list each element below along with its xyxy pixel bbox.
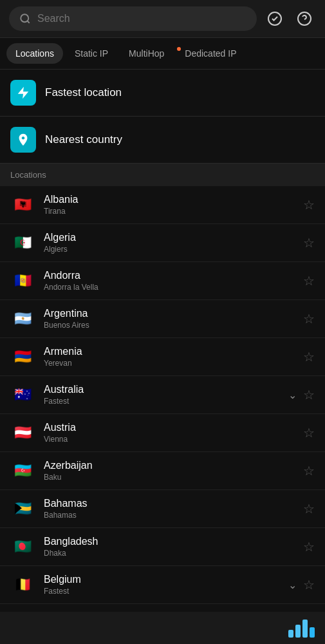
star-icon-bahamas[interactable]: ☆ (303, 501, 315, 516)
search-input-container[interactable] (9, 6, 257, 31)
chevron-icon-belgium[interactable]: ⌄ (288, 579, 297, 591)
svg-point-0 (21, 14, 28, 22)
search-bar (0, 0, 325, 38)
flag-australia: 🇦🇺 (10, 386, 35, 404)
location-item-bangladesh[interactable]: 🇧🇩 Bangladesh Dhaka ☆ (0, 528, 325, 566)
location-item-albania[interactable]: 🇦🇱 Albania Tirana ☆ (0, 186, 325, 224)
location-actions-albania: ☆ (303, 197, 315, 213)
flag-armenia: 🇦🇲 (10, 348, 35, 366)
tabs: Locations Static IP MultiHop Dedicated I… (0, 38, 325, 70)
nearest-country-item[interactable]: Nearest country (0, 117, 325, 164)
location-info-algeria: Algeria Algiers (44, 232, 294, 254)
flag-austria: 🇦🇹 (10, 424, 35, 442)
star-icon-azerbaijan[interactable]: ☆ (303, 463, 315, 478)
header-icons (263, 7, 316, 30)
flag-belgium: 🇧🇪 (10, 576, 35, 594)
bar-2 (295, 625, 301, 638)
flag-andorra: 🇦🇩 (10, 272, 35, 290)
star-icon-australia[interactable]: ☆ (303, 387, 315, 402)
fastest-location-icon (10, 80, 36, 106)
tab-dedicated-ip[interactable]: Dedicated IP (176, 43, 245, 64)
search-input[interactable] (37, 13, 246, 24)
location-item-algeria[interactable]: 🇩🇿 Algeria Algiers ☆ (0, 224, 325, 262)
help-icon (297, 11, 312, 26)
star-icon-andorra[interactable]: ☆ (303, 273, 315, 289)
flag-albania: 🇦🇱 (10, 196, 35, 214)
location-info-armenia: Armenia Yerevan (44, 346, 294, 368)
location-info-azerbaijan: Azerbaijan Baku (44, 460, 294, 482)
location-item-armenia[interactable]: 🇦🇲 Armenia Yerevan ☆ (0, 338, 325, 376)
nearest-country-label: Nearest country (45, 133, 122, 146)
location-info-andorra: Andorra Andorra la Vella (44, 270, 294, 292)
fastest-location-label: Fastest location (45, 86, 122, 99)
flag-argentina: 🇦🇷 (10, 310, 35, 328)
location-info-bangladesh: Bangladesh Dhaka (44, 536, 294, 558)
star-icon-austria[interactable]: ☆ (303, 425, 315, 440)
bar-3 (302, 620, 308, 638)
svg-line-1 (27, 21, 29, 23)
bar-4 (310, 627, 315, 638)
star-icon-belgium[interactable]: ☆ (303, 577, 315, 592)
help-button[interactable] (293, 7, 316, 30)
location-info-belgium: Belgium Fastest (44, 574, 279, 596)
tab-multihop[interactable]: MultiHop (120, 43, 173, 64)
fastest-location-item[interactable]: Fastest location (0, 70, 325, 117)
star-icon-bangladesh[interactable]: ☆ (303, 539, 315, 554)
locations-section-header: Locations (0, 164, 325, 186)
star-icon-armenia[interactable]: ☆ (303, 349, 315, 365)
location-item-andorra[interactable]: 🇦🇩 Andorra Andorra la Vella ☆ (0, 262, 325, 300)
flag-bangladesh: 🇧🇩 (10, 538, 35, 556)
location-info-australia: Australia Fastest (44, 384, 279, 406)
search-icon (19, 13, 31, 24)
location-item-argentina[interactable]: 🇦🇷 Argentina Buenos Aires ☆ (0, 300, 325, 338)
location-item-bahamas[interactable]: 🇧🇸 Bahamas Bahamas ☆ (0, 490, 325, 528)
location-item-australia[interactable]: 🇦🇺 Australia Fastest ⌄ ☆ (0, 376, 325, 414)
location-list: 🇦🇱 Albania Tirana ☆ 🇩🇿 Algeria Algiers ☆… (0, 186, 325, 604)
location-info-argentina: Argentina Buenos Aires (44, 308, 294, 330)
star-icon-albania[interactable]: ☆ (303, 197, 315, 213)
star-icon-algeria[interactable]: ☆ (303, 235, 315, 251)
location-item-austria[interactable]: 🇦🇹 Austria Vienna ☆ (0, 414, 325, 452)
location-info-bahamas: Bahamas Bahamas (44, 498, 294, 520)
flag-azerbaijan: 🇦🇿 (10, 462, 35, 480)
nearest-country-icon (10, 127, 36, 153)
speed-icon (267, 11, 283, 26)
star-icon-argentina[interactable]: ☆ (303, 311, 315, 327)
notification-dot (177, 47, 181, 51)
location-item-azerbaijan[interactable]: 🇦🇿 Azerbaijan Baku ☆ (0, 452, 325, 490)
flag-bahamas: 🇧🇸 (10, 500, 35, 518)
tab-static-ip[interactable]: Static IP (66, 43, 117, 64)
chevron-icon-australia[interactable]: ⌄ (288, 389, 297, 401)
location-info-austria: Austria Vienna (44, 422, 294, 444)
location-item-belgium[interactable]: 🇧🇪 Belgium Fastest ⌄ ☆ (0, 566, 325, 604)
flag-algeria: 🇩🇿 (10, 234, 35, 252)
bottom-bar (0, 612, 325, 644)
speed-button[interactable] (263, 7, 286, 30)
bar-graph (288, 618, 315, 638)
location-info-albania: Albania Tirana (44, 194, 294, 216)
bar-1 (288, 630, 293, 638)
tab-locations[interactable]: Locations (6, 43, 63, 64)
